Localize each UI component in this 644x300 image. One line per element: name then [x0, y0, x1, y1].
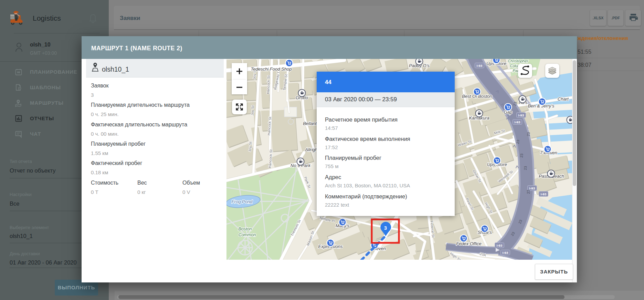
- svg-text:I-93: I-93: [477, 64, 482, 68]
- svg-text:Tedeschi Food Shop: Tedeschi Food Shop: [251, 66, 292, 72]
- svg-text:23: 23: [526, 132, 531, 136]
- svg-text:I-93: I-93: [529, 186, 535, 190]
- svg-text:3: 3: [384, 225, 387, 231]
- svg-text:Joy St: Joy St: [250, 105, 255, 116]
- svg-text:23: 23: [519, 153, 524, 158]
- svg-text:Frog Pond: Frog Pond: [232, 199, 253, 204]
- svg-text:I-93: I-93: [515, 120, 520, 124]
- svg-text:I-93: I-93: [503, 251, 508, 255]
- svg-text:23: 23: [523, 166, 527, 170]
- svg-text:Christopher: Christopher: [508, 59, 529, 63]
- svg-text:23: 23: [526, 190, 530, 194]
- svg-text:Joy St: Joy St: [248, 142, 252, 152]
- svg-text:Chart: Chart: [558, 96, 569, 102]
- svg-text:Boston: Boston: [239, 227, 252, 231]
- svg-text:Common: Common: [239, 232, 256, 237]
- svg-text:Hancock St: Hancock St: [266, 75, 271, 94]
- svg-text:I-93: I-93: [497, 244, 502, 247]
- svg-text:I-93: I-93: [541, 192, 546, 196]
- svg-text:Bellant: Bellant: [303, 121, 317, 126]
- svg-text:I-93: I-93: [518, 113, 524, 117]
- svg-text:Fedex Office: Fedex Office: [456, 241, 482, 246]
- svg-text:23: 23: [516, 139, 520, 144]
